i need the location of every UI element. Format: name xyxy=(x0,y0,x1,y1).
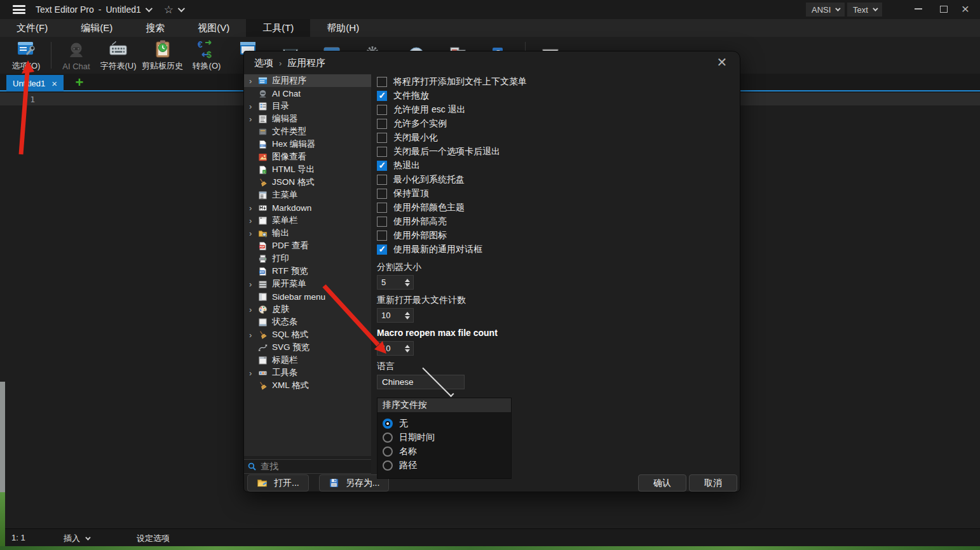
options-tree-item[interactable]: › SQL 格式 xyxy=(244,328,371,341)
option-checkbox-row[interactable]: 允许多个实例 xyxy=(377,117,737,131)
checkbox[interactable] xyxy=(377,189,387,199)
checkbox[interactable] xyxy=(377,175,387,185)
option-checkbox-row[interactable]: 保持置顶 xyxy=(377,187,737,201)
options-tree-item[interactable]: 图像查看 xyxy=(244,151,371,163)
radio-button[interactable] xyxy=(383,446,393,457)
options-tree-item[interactable]: › 皮肤 xyxy=(244,303,371,316)
checkbox[interactable] xyxy=(377,217,387,227)
tab-close-icon[interactable]: × xyxy=(51,78,57,89)
toolbar-button[interactable]: 剪贴板历史 xyxy=(139,38,186,72)
options-tree-item[interactable]: › 目录 xyxy=(244,100,371,112)
radio-button[interactable] xyxy=(383,460,393,471)
toolbar-button[interactable]: AI Chat xyxy=(55,38,97,72)
breadcrumb-root[interactable]: 选项 xyxy=(254,57,273,69)
options-tree-item[interactable]: › 输出 xyxy=(244,227,371,239)
options-tree-item[interactable]: 打印 xyxy=(244,252,371,265)
options-tree-item[interactable]: › 工具条 xyxy=(244,366,371,379)
sort-option-row[interactable]: 日期时间 xyxy=(383,431,511,445)
macro-reopen-max-label: Macro reopen max file count xyxy=(377,328,737,339)
options-tree-item[interactable]: SVG 预览 xyxy=(244,341,371,354)
options-tree-item[interactable]: HEX Hex 编辑器 xyxy=(244,138,371,151)
close-window-button[interactable]: × xyxy=(955,0,976,18)
cancel-button[interactable]: 取消 xyxy=(689,474,737,492)
menu-item[interactable]: 帮助(H) xyxy=(310,19,376,37)
option-checkbox-row[interactable]: 将程序打开添加到文件上下文菜单 xyxy=(377,75,737,89)
options-tree-item[interactable]: › Markdown xyxy=(244,201,371,214)
favorite-star-icon[interactable]: ☆ xyxy=(164,3,174,17)
options-tree-item[interactable]: 标题栏 xyxy=(244,354,371,366)
toolbar-button[interactable]: €$ 转换(O) xyxy=(186,38,228,72)
open-options-button[interactable]: 打开... xyxy=(247,474,309,492)
chevron-down-icon[interactable] xyxy=(146,5,153,12)
options-tree-item[interactable]: › 应用程序 xyxy=(244,74,371,87)
option-checkbox-row[interactable]: 热退出 xyxy=(377,159,737,173)
language-select[interactable]: Chinese xyxy=(377,375,465,389)
option-checkbox-row[interactable]: 最小化到系统托盘 xyxy=(377,173,737,187)
macro-reopen-max-stepper[interactable]: 10 xyxy=(377,341,414,356)
document-title[interactable]: Untitled1 xyxy=(106,4,141,15)
options-tree-item[interactable]: PDF PDF 查看 xyxy=(244,239,371,252)
new-tab-button[interactable]: + xyxy=(71,74,88,91)
tab-untitled1[interactable]: Untitled1 × xyxy=(6,75,64,91)
checkbox[interactable] xyxy=(377,245,387,255)
option-checkbox-row[interactable]: 允许使用 esc 退出 xyxy=(377,103,737,117)
splitter-size-stepper[interactable]: 5 xyxy=(377,275,414,290)
sort-option-row[interactable]: 路径 xyxy=(383,459,511,473)
checkbox[interactable] xyxy=(377,119,387,129)
checkbox[interactable] xyxy=(377,77,387,87)
option-checkbox-row[interactable]: 文件拖放 xyxy=(377,89,737,103)
options-tree-item[interactable]: › 展开菜单 xyxy=(244,278,371,290)
menu-item[interactable]: 编辑(E) xyxy=(64,19,129,37)
options-tree-item[interactable]: › 编辑器 xyxy=(244,112,371,125)
options-tree-item[interactable]: RTF RTF 预览 xyxy=(244,265,371,278)
options-tree-item[interactable]: Sidebar menu xyxy=(244,290,371,303)
checkbox[interactable] xyxy=(377,91,387,101)
dialog-close-icon[interactable]: ✕ xyxy=(714,55,730,70)
maximize-button[interactable] xyxy=(933,0,955,18)
menu-item[interactable]: 视图(V) xyxy=(181,19,246,37)
sort-option-row[interactable]: 名称 xyxy=(383,445,511,459)
option-checkbox-row[interactable]: 使用外部图标 xyxy=(377,229,737,243)
minimize-button[interactable] xyxy=(908,0,929,18)
sort-option-row[interactable]: 无 xyxy=(383,417,511,431)
option-checkbox-row[interactable]: 使用外部颜色主题 xyxy=(377,201,737,215)
options-tree-item[interactable]: 主菜单 xyxy=(244,189,371,201)
ok-button[interactable]: 确认 xyxy=(638,474,686,492)
options-tree-item[interactable]: AI Chat xyxy=(244,87,371,100)
option-checkbox-row[interactable]: 关闭最后一个选项卡后退出 xyxy=(377,145,737,159)
toolbar-button[interactable]: 字符表(U) xyxy=(97,38,139,72)
option-checkbox-row[interactable]: 关闭最小化 xyxy=(377,131,737,145)
encoding-selector[interactable]: ANSI xyxy=(806,3,845,17)
tab-label: Untitled1 xyxy=(13,79,45,88)
options-tree-item[interactable]: 文件类型 xyxy=(244,125,371,138)
options-tree-item[interactable]: 状态条 xyxy=(244,316,371,328)
radio-button[interactable] xyxy=(383,433,393,443)
checkbox[interactable] xyxy=(377,147,387,157)
insert-mode-selector[interactable]: 插入 xyxy=(64,533,89,544)
menu-item[interactable]: 搜索 xyxy=(129,19,181,37)
option-checkbox-row[interactable]: 使用外部高亮 xyxy=(377,215,737,229)
chevron-down-icon xyxy=(85,535,90,540)
reopen-max-count-stepper[interactable]: 10 xyxy=(377,308,414,323)
options-tree-item[interactable]: › 菜单栏 xyxy=(244,214,371,227)
checkbox[interactable] xyxy=(377,133,387,143)
options-tree-item[interactable]: e HTML 导出 xyxy=(244,163,371,176)
checkbox[interactable] xyxy=(377,203,387,213)
toolbar-button[interactable]: 选项(O) xyxy=(5,38,47,72)
chevron-down-icon[interactable] xyxy=(178,5,185,12)
checkbox[interactable] xyxy=(377,231,387,241)
radio-button[interactable] xyxy=(383,419,393,429)
stepper-arrows-icon[interactable] xyxy=(403,279,413,286)
stepper-arrows-icon[interactable] xyxy=(403,345,413,352)
stepper-arrows-icon[interactable] xyxy=(403,312,413,319)
hamburger-menu-icon[interactable] xyxy=(13,5,25,14)
checkbox[interactable] xyxy=(377,161,387,171)
options-tree-item[interactable]: JSON 格式 xyxy=(244,176,371,189)
options-search-input[interactable]: 查找 xyxy=(244,459,371,474)
doc-type-selector[interactable]: Text xyxy=(847,3,882,17)
checkbox[interactable] xyxy=(377,105,387,115)
options-tree-item[interactable]: XML 格式 xyxy=(244,379,371,392)
menu-item[interactable]: 工具(T) xyxy=(246,19,310,37)
menu-item[interactable]: 文件(F) xyxy=(0,19,64,37)
option-checkbox-row[interactable]: 使用最新的通用对话框 xyxy=(377,243,737,257)
